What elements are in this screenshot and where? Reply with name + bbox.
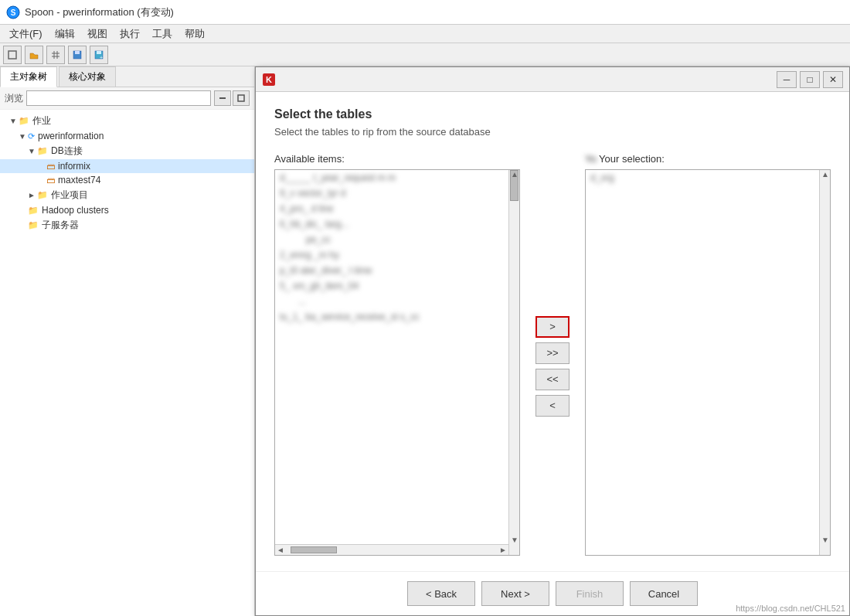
- main-area: 主对象树 核心对象 浏览: [0, 66, 850, 616]
- title-bar: S Spoon - pwerinformation (有变动): [0, 0, 850, 25]
- db-icon-maxtest74: 🗃: [46, 175, 55, 185]
- tab-core-objects[interactable]: 核心对象: [59, 66, 116, 87]
- dialog-close-btn[interactable]: ✕: [823, 71, 843, 88]
- folder-icon-db-conn: 📁: [37, 146, 48, 156]
- sync-icon-pwerinformation: ⟳: [28, 131, 35, 141]
- svg-text:S: S: [11, 9, 16, 17]
- dialog-heading: Select the tables: [274, 107, 831, 121]
- tree-node-db-conn[interactable]: ▼ 📁 DB连接: [0, 143, 254, 159]
- list-item[interactable]: 6_hb_dic_ targ...: [275, 216, 508, 232]
- expand-icon-pwerinformation[interactable]: ▼: [19, 132, 28, 141]
- toolbar-new-btn[interactable]: [3, 46, 22, 64]
- dialog-title-left: K: [262, 73, 276, 87]
- menu-help[interactable]: 帮助: [178, 26, 211, 43]
- move-right-btn[interactable]: >: [536, 316, 570, 338]
- svg-rect-12: [219, 97, 226, 99]
- folder-icon-job: 📁: [19, 116, 29, 126]
- expand-icon-job[interactable]: ▼: [9, 117, 19, 125]
- list-item-selected[interactable]: d_org: [586, 170, 819, 185]
- selection-list-box: d_org ▲ ▼: [585, 169, 831, 556]
- search-collapse-btn[interactable]: [214, 90, 231, 106]
- app-title: Spoon - pwerinformation (有变动): [25, 5, 174, 19]
- list-item[interactable]: 2_emrg _m hy: [275, 247, 508, 263]
- tree-node-job[interactable]: ▼ 📁 作业: [0, 113, 254, 129]
- toolbar-saveas-btn[interactable]: +: [90, 46, 108, 64]
- folder-icon-subserver: 📁: [28, 220, 39, 230]
- dialog-maximize-btn[interactable]: □: [800, 71, 820, 88]
- search-input[interactable]: [26, 90, 211, 106]
- search-buttons: [214, 90, 250, 106]
- menu-tools[interactable]: 工具: [146, 26, 178, 43]
- move-all-right-btn[interactable]: >>: [536, 342, 570, 364]
- dialog-icon: K: [262, 73, 276, 87]
- move-left-btn[interactable]: <: [536, 395, 570, 417]
- available-panel: Available items: d_____ t_year_request m…: [274, 153, 520, 556]
- browse-label: 浏览: [5, 92, 23, 105]
- selection-label: Yo Your selection:: [585, 153, 831, 165]
- menu-edit[interactable]: 编辑: [49, 26, 81, 43]
- list-item[interactable]: p_t0 ater_diver_ t time: [275, 263, 508, 278]
- list-item[interactable]: pe_cc: [275, 232, 508, 247]
- svg-text:K: K: [266, 75, 272, 84]
- back-button[interactable]: < Back: [407, 581, 475, 606]
- finish-button[interactable]: Finish: [556, 581, 624, 606]
- dialog-title-controls: ─ □ ✕: [777, 71, 843, 88]
- cancel-button[interactable]: Cancel: [630, 581, 698, 606]
- menu-run[interactable]: 执行: [114, 26, 146, 43]
- dialog-body: Select the tables Select the tables to r…: [256, 92, 849, 571]
- dialog-title-bar: K ─ □ ✕: [256, 67, 849, 92]
- tree-area: ▼ 📁 作业 ▼ ⟳ pwerinformation ▼ 📁 DB连接: [0, 110, 254, 616]
- expand-icon-db-conn[interactable]: ▼: [28, 147, 37, 155]
- dialog-minimize-btn[interactable]: ─: [777, 71, 797, 88]
- toolbar: +: [0, 43, 850, 66]
- selection-list-inner: d_org: [586, 170, 819, 544]
- move-all-left-btn[interactable]: <<: [536, 369, 570, 390]
- left-panel: 主对象树 核心对象 浏览: [0, 66, 255, 616]
- svg-text:+: +: [100, 55, 103, 60]
- search-expand-btn[interactable]: [233, 90, 250, 106]
- toolbar-save-btn[interactable]: [68, 46, 87, 64]
- toolbar-grid-btn[interactable]: [46, 46, 65, 64]
- svg-rect-13: [238, 95, 244, 101]
- tree-node-job-items[interactable]: ► 📁 作业项目: [0, 187, 254, 203]
- menu-view[interactable]: 视图: [81, 26, 114, 43]
- available-label: Available items:: [274, 153, 520, 165]
- selection-panel: Yo Your selection: d_org ▲ ▼: [585, 153, 831, 556]
- tree-node-pwerinformation[interactable]: ▼ ⟳ pwerinformation: [0, 129, 254, 143]
- available-list-box: d_____ t_year_request m m 9_v vector_tyr…: [274, 169, 520, 556]
- tab-main-tree[interactable]: 主对象树: [0, 66, 57, 87]
- folder-icon-hadoop: 📁: [28, 206, 39, 216]
- tree-node-hadoop[interactable]: 📁 Hadoop clusters: [0, 203, 254, 217]
- available-hscrollbar[interactable]: ◄ ►: [275, 544, 508, 555]
- tabs-bar: 主对象树 核心对象: [0, 66, 254, 87]
- transfer-buttons: > >> << <: [532, 153, 573, 556]
- tables-section: Available items: d_____ t_year_request m…: [274, 153, 831, 556]
- svg-rect-8: [75, 51, 80, 54]
- tree-node-maxtest74[interactable]: 🗃 maxtest74: [0, 173, 254, 187]
- dialog-overlay: K ─ □ ✕ Select the tables Select the tab…: [255, 66, 850, 616]
- list-item[interactable]: tu_1_ ba_service_receive_st s_cc: [275, 309, 508, 325]
- tree-node-subserver[interactable]: 📁 子服务器: [0, 217, 254, 233]
- selection-vscrollbar[interactable]: ▲ ▼: [819, 170, 830, 555]
- search-bar: 浏览: [0, 87, 254, 110]
- app-window: S Spoon - pwerinformation (有变动) 文件(F) 编辑…: [0, 0, 850, 616]
- list-item[interactable]: d_____ t_year_request m m: [275, 170, 508, 185]
- folder-icon-job-items: 📁: [37, 190, 48, 200]
- svg-rect-2: [8, 51, 16, 59]
- next-button[interactable]: Next >: [481, 581, 549, 606]
- tree-node-informix[interactable]: 🗃 informix: [0, 159, 254, 173]
- dialog-subtext: Select the tables to rip from the source…: [274, 126, 831, 138]
- list-item[interactable]: 4_pro_ d line: [275, 201, 508, 216]
- list-item[interactable]: ...: [275, 294, 508, 309]
- watermark: https://blog.csdn.net/CHL521: [736, 604, 845, 613]
- list-item[interactable]: 9_v vector_tyr d: [275, 185, 508, 201]
- expand-icon-job-items[interactable]: ►: [28, 191, 37, 199]
- db-icon-informix: 🗃: [46, 162, 55, 171]
- toolbar-open-btn[interactable]: [25, 46, 43, 64]
- menu-file[interactable]: 文件(F): [3, 26, 49, 43]
- svg-rect-10: [97, 51, 101, 54]
- available-vscrollbar[interactable]: ▲ ▼: [508, 170, 519, 555]
- menu-bar: 文件(F) 编辑 视图 执行 工具 帮助: [0, 25, 850, 43]
- list-item[interactable]: 5_ xm_gh_item_04: [275, 278, 508, 294]
- app-icon: S: [6, 5, 20, 19]
